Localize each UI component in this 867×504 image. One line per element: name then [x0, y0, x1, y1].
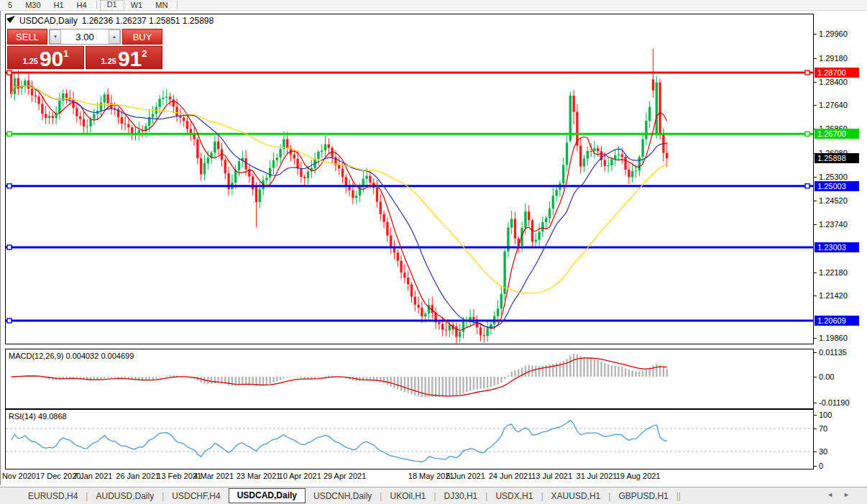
tab-separator: | — [679, 491, 681, 501]
tab-USDCAD-Daily[interactable]: USDCAD,Daily — [229, 488, 306, 503]
rsi-panel[interactable] — [5, 409, 814, 469]
tab-USDCHF-H4[interactable]: USDCHF,H4 — [164, 489, 228, 503]
sell-button[interactable]: SELL — [7, 29, 47, 45]
line-handle-icon[interactable] — [7, 132, 12, 136]
date-axis[interactable]: 28 Nov 202017 Dec 20207 Jan 202126 Jan 2… — [6, 469, 813, 483]
timeframe-M30[interactable]: M30 — [19, 1, 47, 10]
axis-tick-mark — [814, 201, 817, 201]
price-tick: 1.29180 — [819, 54, 848, 63]
line-handle-icon[interactable] — [805, 70, 809, 75]
date-label: 29 Apr 2021 — [324, 472, 366, 480]
price-tick: 1.23740 — [819, 220, 848, 229]
tab-scroll-arrows[interactable]: ◄► — [827, 491, 860, 498]
rsi-tick: 0 — [819, 462, 823, 470]
price-axis[interactable]: 1.299601.291801.284001.276401.268601.260… — [814, 0, 867, 483]
axis-tick-mark — [814, 295, 817, 296]
chart-symbol-label: USDCAD,Daily — [19, 16, 78, 26]
tab-DJ30-H1[interactable]: DJ30,H1 — [436, 489, 486, 503]
level-badge-1.25003: 1.25003 — [815, 181, 859, 191]
line-handle-icon[interactable] — [7, 245, 12, 249]
date-label: 23 Mar 2021 — [237, 472, 281, 480]
date-label: 31 Jul 2021 — [577, 472, 618, 480]
macd-histogram — [12, 354, 667, 398]
volume-spinner: ▼ ▲ — [49, 29, 121, 45]
volume-decrease-icon[interactable]: ▼ — [50, 29, 61, 44]
tab-GBPUSD-H1[interactable]: GBPUSD,H1 — [610, 489, 676, 503]
current-price-badge: 1.25898 — [815, 153, 859, 163]
date-label: 7 Jan 2021 — [73, 472, 112, 480]
toolbar-separator — [96, 1, 97, 9]
axis-tick-mark — [814, 177, 817, 178]
toolbar-separator — [177, 1, 178, 9]
price-tick: 1.19860 — [819, 334, 848, 342]
price-tick: 1.27640 — [819, 101, 848, 109]
timeframe-toolbar: 5M30H1H4D1W1MN — [0, 0, 867, 11]
timeframe-5[interactable]: 5 — [1, 1, 19, 10]
axis-tick-mark — [814, 377, 817, 377]
sell-price-prefix: 1.25 — [22, 57, 37, 65]
tab-USDCNH-Daily[interactable]: USDCNH,Daily — [306, 489, 380, 503]
volume-increase-icon[interactable]: ▲ — [109, 29, 120, 44]
price-tick: 1.24520 — [819, 196, 848, 205]
date-label: 5 Jun 2021 — [446, 472, 485, 480]
level-badge-1.23003: 1.23003 — [815, 242, 859, 252]
axis-tick-mark — [814, 466, 817, 467]
axis-tick-mark — [814, 429, 817, 429]
axis-tick-mark — [814, 415, 817, 416]
sell-price-big: 90 — [40, 49, 63, 68]
macd-tick: -0.01190 — [819, 398, 850, 407]
tab-UKOil-H1[interactable]: UKOil,H1 — [382, 489, 434, 503]
date-label: 28 Nov 2020 — [0, 472, 36, 480]
axis-tick-mark — [814, 82, 817, 83]
line-handle-icon[interactable] — [7, 184, 12, 188]
scroll-left-icon[interactable]: ◄ — [827, 491, 843, 498]
rsi-line — [12, 421, 667, 462]
timeframe-MN[interactable]: MN — [149, 1, 174, 10]
timeframe-H1[interactable]: H1 — [47, 1, 70, 10]
ma-mid — [12, 86, 667, 327]
line-handle-icon[interactable] — [805, 184, 809, 188]
sell-price-pip: 1 — [63, 48, 68, 59]
buy-price-box[interactable]: 1.25 91 2 — [86, 46, 162, 69]
tab-USDX-H1[interactable]: USDX,H1 — [487, 489, 541, 503]
date-label: 10 Apr 2021 — [279, 472, 321, 480]
line-handle-icon[interactable] — [7, 70, 12, 75]
axis-tick-mark — [814, 403, 817, 403]
terminal-window: 5M30H1H4D1W1MN USDCAD,Daily1.26236 1.262… — [0, 0, 867, 504]
macd-label: MACD(12,26,9) 0.004032 0.004699 — [9, 352, 134, 360]
buy-button[interactable]: BUY — [122, 29, 162, 45]
date-label: 24 Jun 2021 — [489, 472, 533, 480]
price-tick: 1.22180 — [819, 268, 848, 277]
tab-EURUSD-H4[interactable]: EURUSD,H4 — [20, 489, 86, 503]
scroll-right-icon[interactable]: ► — [843, 491, 860, 498]
chart-cursor-icon — [6, 16, 16, 24]
rsi-tick: 100 — [819, 411, 832, 419]
date-label: 19 Aug 2021 — [616, 472, 661, 480]
timeframe-H4[interactable]: H4 — [70, 1, 93, 10]
sell-price-box[interactable]: 1.25 90 1 — [7, 46, 84, 69]
line-handle-icon[interactable] — [7, 319, 12, 323]
candles-layer — [10, 49, 668, 344]
buy-price-prefix: 1.25 — [101, 57, 116, 65]
macd-tick: 0.00 — [819, 372, 834, 381]
tab-XAUUSD-H1[interactable]: XAUUSD,H1 — [543, 489, 609, 503]
timeframe-D1[interactable]: D1 — [100, 0, 124, 11]
timeframe-W1[interactable]: W1 — [124, 1, 150, 10]
macd-signal-line — [12, 358, 667, 396]
line-handle-icon[interactable] — [805, 132, 809, 136]
horizontal-levels-layer[interactable] — [6, 73, 813, 321]
axis-tick-mark — [814, 58, 817, 59]
chart-title: USDCAD,Daily1.26236 1.26237 1.25851 1.25… — [19, 16, 218, 26]
date-label: 4 Mar 2021 — [193, 472, 234, 480]
axis-tick-mark — [814, 272, 817, 273]
rsi-label: RSI(14) 49.0868 — [9, 412, 67, 421]
axis-tick-mark — [814, 452, 817, 452]
tab-AUDUSD-Daily[interactable]: AUDUSD,Daily — [88, 489, 162, 503]
chart-ohlc-values: 1.26236 1.26237 1.25851 1.25898 — [82, 16, 214, 26]
moving-averages-layer — [12, 86, 667, 331]
one-click-trade-widget: SELL ▼ ▲ BUY 1.25 90 1 1.25 91 2 — [7, 29, 162, 69]
volume-input[interactable] — [61, 29, 109, 44]
price-tick: 1.28400 — [819, 78, 848, 86]
macd-tick: 0.01135 — [819, 348, 847, 357]
axis-tick-mark — [814, 352, 817, 353]
